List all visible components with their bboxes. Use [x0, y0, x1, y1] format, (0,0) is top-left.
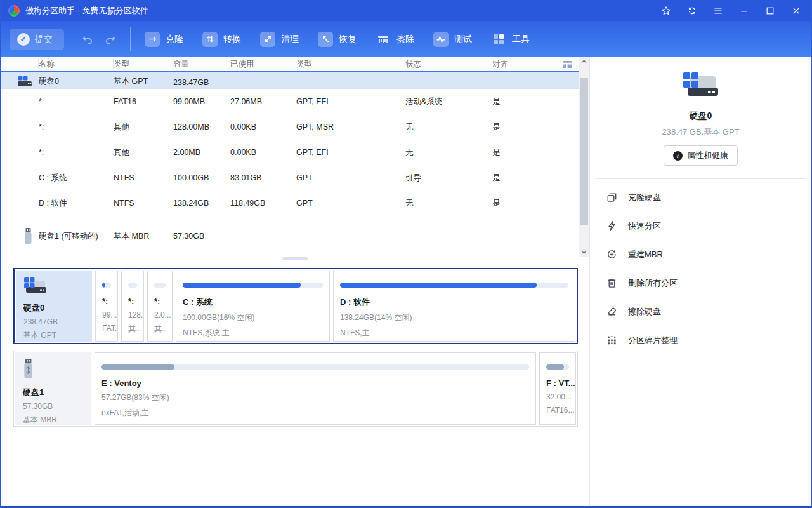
vertical-scrollbar[interactable]	[579, 57, 589, 257]
vertical-scrollbar-thumb[interactable]	[580, 78, 588, 225]
toolbar: ✓ 提交 克隆 转换	[1, 21, 811, 57]
toolbar-clean-label: 清理	[281, 34, 299, 45]
close-button[interactable]	[790, 5, 801, 16]
partition-size: 32.00...	[546, 392, 569, 401]
menu-item-label: 克隆硬盘	[628, 192, 661, 203]
menu-item-label: 分区碎片整理	[628, 335, 678, 346]
partition-size: 128...	[128, 311, 137, 319]
disk-name: 硬盘0	[23, 302, 84, 314]
cell-name: *:	[39, 148, 114, 157]
table-row-partition-c[interactable]: C : 系统 NTFS 100.00GB 83.01GB GPT 引导 是	[1, 165, 589, 190]
minimize-button[interactable]	[738, 5, 749, 16]
partition-fs: 其...	[128, 324, 137, 335]
favorite-icon[interactable]	[660, 5, 671, 16]
menu-item-rebuild-mbr[interactable]: 重建MBR	[590, 240, 811, 269]
partition-name: D : 软件	[340, 297, 568, 308]
table-row-disk0[interactable]: 硬盘0 基本 GPT 238.47GB	[1, 72, 589, 89]
partition-name: C : 系统	[183, 297, 323, 308]
partition-size: 100.00GB(16% 空闲)	[183, 312, 323, 323]
maximize-button[interactable]	[764, 5, 775, 16]
column-header-name[interactable]: 名称	[39, 59, 114, 69]
scroll-up-icon[interactable]	[579, 57, 589, 66]
toolbar-clone-button[interactable]: 克隆	[145, 32, 183, 47]
usage-bar	[183, 283, 323, 288]
cell-used: 0.00KB	[230, 148, 296, 157]
column-header-part-type[interactable]: 类型	[296, 59, 405, 69]
quick-partition-icon	[605, 220, 618, 232]
menu-icon[interactable]	[712, 5, 723, 16]
cell-type2: GPT	[296, 199, 405, 208]
column-header-capacity[interactable]: 容量	[173, 59, 230, 69]
cell-capacity: 100.00GB	[173, 173, 230, 182]
disk-table: 硬盘0 基本 GPT 238.47GB *: FAT16 99.00MB 27.…	[1, 72, 589, 249]
title-bar[interactable]: 傲梅分区助手 - 免费无损分区软件	[1, 0, 811, 21]
menu-item-quick-partition[interactable]: 快速分区	[590, 211, 811, 240]
partition-block-d[interactable]: D : 软件 138.24GB(14% 空闲) NTFS,主	[333, 271, 575, 342]
main-area: 名称 类型 容量 已使用 类型 状态 对齐 硬盘0 基本 GPT	[1, 57, 811, 506]
cell-fs: 其他	[114, 122, 173, 133]
cell-fs: 其他	[114, 147, 173, 158]
table-row-partition-d[interactable]: D : 软件 NTFS 138.24GB 118.49GB GPT 无 是	[1, 190, 589, 216]
disk-name: 硬盘1	[23, 387, 84, 398]
list-view-icon[interactable]	[562, 60, 573, 71]
menu-item-defrag[interactable]: 分区碎片整理	[590, 326, 811, 354]
cell-name: 硬盘0	[39, 76, 114, 87]
table-row-partition-3[interactable]: *: 其他 2.00MB 0.00KB GPT, EFI 无 是	[1, 140, 589, 165]
partition-block-e[interactable]: E : Ventoy 57.27GB(83% 空闲) exFAT,活动,主	[95, 352, 536, 425]
toolbar-convert-button[interactable]: 转换	[202, 32, 241, 47]
sidebar-menu: 克隆硬盘 快速分区 重建MBR	[590, 183, 811, 354]
disk1-label[interactable]: 硬盘1 57.30GB 基本 MBR	[15, 352, 91, 425]
disk0-label[interactable]: 硬盘0 238.47GB 基本 GPT	[16, 271, 92, 342]
redo-icon[interactable]	[103, 32, 117, 46]
table-row-disk1[interactable]: 硬盘1 (可移动的) 基本 MBR 57.30GB	[1, 224, 589, 249]
partition-block-efi[interactable]: *: 99.... FAT...	[95, 271, 118, 342]
cell-status: 活动&系统	[405, 97, 492, 107]
cell-fs: NTFS	[114, 173, 173, 182]
partition-block-msr[interactable]: *: 128... 其...	[121, 271, 144, 342]
menu-item-label: 快速分区	[628, 220, 661, 232]
toolbar-clean-button[interactable]: 清理	[260, 32, 299, 47]
test-icon	[433, 32, 449, 47]
properties-health-button[interactable]: i 属性和健康	[664, 145, 738, 166]
undo-icon[interactable]	[81, 32, 95, 46]
cell-fs: NTFS	[114, 199, 173, 208]
partition-block-c[interactable]: C : 系统 100.00GB(16% 空闲) NTFS,系统,主	[176, 271, 330, 342]
toolbar-erase-button[interactable]: 擦除	[376, 32, 414, 47]
partition-size: 57.27GB(83% 空闲)	[102, 392, 529, 403]
cell-name: C : 系统	[39, 173, 114, 184]
column-header-status[interactable]: 状态	[405, 59, 492, 69]
horizontal-scrollbar[interactable]	[1, 257, 579, 262]
sidebar-edge-line	[806, 57, 806, 506]
sidebar-disk-name: 硬盘0	[690, 110, 712, 122]
menu-item-clone-disk[interactable]: 克隆硬盘	[590, 183, 811, 211]
submit-button[interactable]: ✓ 提交	[10, 29, 64, 50]
column-header-aligned[interactable]: 对齐	[492, 59, 560, 69]
cell-used: 27.06MB	[230, 97, 296, 106]
check-icon: ✓	[17, 33, 30, 46]
column-header-used[interactable]: 已使用	[230, 59, 296, 69]
partition-block-efi2[interactable]: *: 2.0... 其...	[147, 271, 173, 342]
table-row-partition-1[interactable]: *: FAT16 99.00MB 27.06MB GPT, EFI 活动&系统 …	[1, 89, 589, 114]
toolbar-test-button[interactable]: 测试	[433, 32, 472, 47]
usage-bar	[154, 283, 166, 288]
cell-capacity: 128.00MB	[173, 123, 230, 131]
disk1-card[interactable]: 硬盘1 57.30GB 基本 MBR E : Ventoy 57.27GB(83…	[13, 351, 578, 427]
disk-size: 57.30GB	[23, 402, 84, 411]
partition-block-f[interactable]: F : VT... 32.00... FAT16,...	[539, 352, 576, 425]
refresh-icon[interactable]	[686, 5, 697, 16]
table-row-partition-2[interactable]: *: 其他 128.00MB 0.00KB GPT, MSR 无 是	[1, 114, 589, 140]
horizontal-scrollbar-thumb[interactable]	[282, 257, 308, 260]
menu-item-delete-all-partitions[interactable]: 删除所有分区	[590, 269, 811, 297]
scroll-down-icon[interactable]	[579, 248, 589, 257]
toolbar-tools-button[interactable]: 工具	[491, 32, 530, 47]
disk0-card[interactable]: 硬盘0 238.47GB 基本 GPT *: 99.... FAT... *: …	[13, 268, 578, 344]
partition-fs: FAT...	[102, 324, 111, 333]
menu-item-wipe-disk[interactable]: 擦除硬盘	[590, 297, 811, 326]
cell-capacity: 138.24GB	[173, 199, 230, 208]
cell-type2: GPT, MSR	[296, 123, 405, 131]
usb-icon	[23, 359, 34, 379]
clean-icon	[260, 32, 275, 47]
column-header-fs-type[interactable]: 类型	[114, 59, 173, 69]
partition-fs: NTFS,主	[340, 328, 568, 338]
toolbar-recover-button[interactable]: 恢复	[318, 32, 357, 47]
